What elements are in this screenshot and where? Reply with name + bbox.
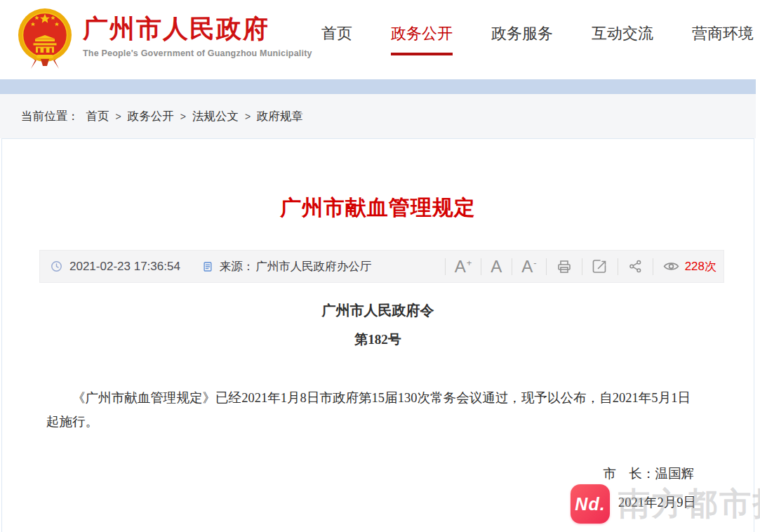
nav-item-government-affairs[interactable]: 政务公开	[391, 23, 453, 44]
font-letter: A	[521, 258, 533, 275]
site-logo-text: 广州市人民政府 The People's Government of Guang…	[83, 14, 312, 58]
header-divider-band	[0, 79, 756, 94]
breadcrumb-item-government-rules[interactable]: 政府规章	[257, 109, 303, 124]
font-decrease-button[interactable]: A-	[521, 258, 536, 275]
source-label: 来源：	[220, 259, 255, 274]
divider	[445, 258, 446, 275]
font-increase-button[interactable]: A+	[455, 258, 472, 275]
font-sign: +	[467, 258, 472, 267]
breadcrumb-item-home[interactable]: 首页	[86, 109, 109, 124]
decree-paragraph: 《广州市献血管理规定》已经2021年1月8日市政府第15届130次常务会议通过，…	[46, 386, 691, 434]
divider	[653, 258, 653, 275]
breadcrumb-separator: >	[116, 111, 121, 122]
document-source-icon	[201, 260, 214, 273]
main-nav: 首页 政务公开 政务服务 互动交流 营商环境	[321, 23, 754, 44]
divider	[546, 258, 547, 275]
nav-item-business-environment[interactable]: 营商环境	[692, 23, 754, 44]
eye-icon	[662, 258, 680, 275]
view-counter: 228次	[662, 258, 716, 275]
font-normal-button[interactable]: A	[491, 258, 502, 275]
source-value: 广州市人民政府办公厅	[255, 259, 371, 274]
site-subtitle: The People's Government of Guangzhou Mun…	[83, 48, 312, 58]
signature-date: 2021年2月9日	[2, 494, 754, 511]
nav-item-services[interactable]: 政务服务	[491, 23, 553, 44]
page: 广州市人民政府 The People's Government of Guang…	[0, 0, 760, 532]
nav-item-label: 互动交流	[592, 25, 653, 42]
document-body: 广州市人民政府令 第182号 《广州市献血管理规定》已经2021年1月8日市政府…	[2, 302, 754, 511]
divider	[618, 258, 618, 275]
export-button[interactable]	[592, 258, 608, 275]
article-meta-bar: 2021-02-23 17:36:54 来源： 广州市人民政府办公厅 A+	[39, 250, 724, 283]
font-letter: A	[455, 258, 466, 275]
divider	[582, 258, 582, 275]
font-sign: -	[533, 258, 536, 267]
nav-item-label: 政务公开	[391, 25, 453, 42]
nav-item-label: 营商环境	[692, 25, 754, 42]
decree-heading: 广州市人民政府令	[2, 302, 754, 318]
breadcrumb-label: 当前位置：	[21, 109, 79, 124]
site-header: 广州市人民政府 The People's Government of Guang…	[0, 0, 760, 79]
export-icon	[592, 258, 608, 275]
article-title: 广州市献血管理规定	[2, 194, 754, 222]
breadcrumb-item-regulations[interactable]: 法规公文	[192, 109, 239, 124]
meta-left: 2021-02-23 17:36:54 来源： 广州市人民政府办公厅	[50, 259, 371, 274]
printer-icon	[556, 258, 573, 275]
views-count: 228次	[685, 258, 716, 274]
nav-item-home[interactable]: 首页	[321, 23, 352, 44]
breadcrumb-separator: >	[245, 111, 251, 122]
breadcrumb: 当前位置： 首页 > 政务公开 > 法规公文 > 政府规章	[21, 94, 303, 138]
divider	[481, 258, 481, 275]
national-emblem-logo	[17, 6, 73, 70]
breadcrumb-item-government-affairs[interactable]: 政务公开	[128, 109, 174, 124]
share-button[interactable]	[627, 258, 644, 274]
publish-datetime: 2021-02-23 17:36:54	[69, 260, 180, 274]
signature-name: 市 长：温国辉	[2, 465, 754, 482]
share-icon	[627, 258, 644, 274]
nav-item-interaction[interactable]: 互动交流	[592, 23, 653, 44]
clock-icon	[50, 260, 63, 273]
decree-number: 第182号	[2, 332, 754, 347]
site-title: 广州市人民政府	[83, 14, 312, 44]
article-card: 广州市献血管理规定 2021-02-23 17:36:54 来源：	[1, 138, 754, 532]
nav-item-label: 政务服务	[491, 25, 553, 42]
divider	[512, 258, 512, 275]
nav-item-label: 首页	[321, 25, 352, 42]
breadcrumb-separator: >	[180, 111, 186, 122]
font-letter: A	[491, 258, 502, 275]
meta-toolbar: A+ A A-	[436, 258, 716, 275]
source-group: 来源： 广州市人民政府办公厅	[201, 259, 372, 274]
print-button[interactable]	[556, 258, 573, 275]
breadcrumb-bar: 当前位置： 首页 > 政务公开 > 法规公文 > 政府规章	[0, 94, 756, 138]
